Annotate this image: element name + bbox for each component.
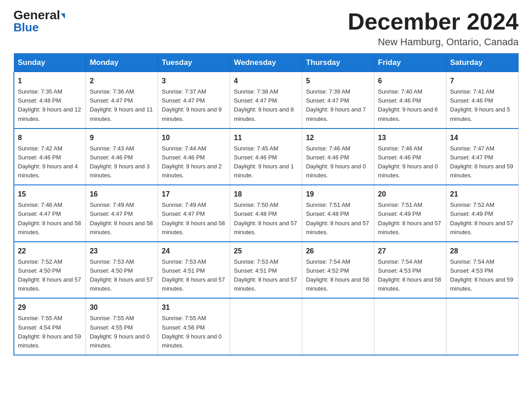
day-number: 3 bbox=[162, 76, 226, 86]
calendar-cell: 4Sunrise: 7:38 AMSunset: 4:47 PMDaylight… bbox=[230, 72, 302, 128]
day-number: 25 bbox=[234, 246, 298, 257]
calendar-cell: 5Sunrise: 7:39 AMSunset: 4:47 PMDaylight… bbox=[302, 72, 374, 128]
calendar-week-5: 29Sunrise: 7:55 AMSunset: 4:54 PMDayligh… bbox=[14, 298, 519, 355]
calendar-cell: 15Sunrise: 7:48 AMSunset: 4:47 PMDayligh… bbox=[14, 185, 86, 242]
day-info: Sunrise: 7:46 AMSunset: 4:46 PMDaylight:… bbox=[378, 144, 442, 180]
day-number: 7 bbox=[450, 76, 515, 86]
header-thursday: Thursday bbox=[302, 54, 374, 72]
day-number: 22 bbox=[18, 246, 82, 257]
logo-general: General bbox=[13, 9, 65, 21]
day-info: Sunrise: 7:37 AMSunset: 4:47 PMDaylight:… bbox=[162, 87, 226, 124]
day-number: 10 bbox=[162, 133, 226, 143]
day-number: 5 bbox=[306, 76, 370, 86]
day-number: 11 bbox=[234, 133, 298, 143]
day-number: 24 bbox=[162, 246, 226, 257]
day-number: 26 bbox=[306, 246, 370, 257]
calendar-cell: 12Sunrise: 7:46 AMSunset: 4:46 PMDayligh… bbox=[302, 128, 374, 185]
header-saturday: Saturday bbox=[446, 54, 519, 72]
calendar-cell: 1Sunrise: 7:35 AMSunset: 4:48 PMDaylight… bbox=[14, 72, 86, 128]
calendar-cell: 7Sunrise: 7:41 AMSunset: 4:46 PMDaylight… bbox=[446, 72, 519, 128]
calendar-title: December 2024 bbox=[348, 9, 519, 34]
calendar-cell: 17Sunrise: 7:49 AMSunset: 4:47 PMDayligh… bbox=[158, 185, 230, 242]
calendar-cell: 3Sunrise: 7:37 AMSunset: 4:47 PMDaylight… bbox=[158, 72, 230, 128]
day-number: 4 bbox=[234, 76, 298, 86]
calendar-cell: 11Sunrise: 7:45 AMSunset: 4:46 PMDayligh… bbox=[230, 128, 302, 185]
calendar-header: Sunday Monday Tuesday Wednesday Thursday… bbox=[14, 54, 519, 72]
calendar-week-4: 22Sunrise: 7:52 AMSunset: 4:50 PMDayligh… bbox=[14, 242, 519, 299]
day-number: 13 bbox=[378, 133, 442, 143]
calendar-cell: 6Sunrise: 7:40 AMSunset: 4:46 PMDaylight… bbox=[374, 72, 446, 128]
day-info: Sunrise: 7:53 AMSunset: 4:50 PMDaylight:… bbox=[90, 257, 154, 294]
calendar-cell: 22Sunrise: 7:52 AMSunset: 4:50 PMDayligh… bbox=[14, 242, 86, 299]
calendar-cell: 16Sunrise: 7:49 AMSunset: 4:47 PMDayligh… bbox=[86, 185, 158, 242]
day-number: 8 bbox=[18, 133, 82, 143]
day-info: Sunrise: 7:44 AMSunset: 4:46 PMDaylight:… bbox=[162, 144, 226, 180]
day-number: 27 bbox=[378, 246, 442, 257]
day-info: Sunrise: 7:55 AMSunset: 4:56 PMDaylight:… bbox=[162, 314, 226, 350]
header-wednesday: Wednesday bbox=[230, 54, 302, 72]
day-info: Sunrise: 7:52 AMSunset: 4:50 PMDaylight:… bbox=[18, 257, 82, 294]
day-number: 2 bbox=[90, 76, 154, 86]
logo: General Blue bbox=[13, 9, 65, 34]
calendar-cell: 13Sunrise: 7:46 AMSunset: 4:46 PMDayligh… bbox=[374, 128, 446, 185]
day-number: 16 bbox=[90, 189, 154, 200]
calendar-cell bbox=[374, 298, 446, 355]
day-info: Sunrise: 7:47 AMSunset: 4:47 PMDaylight:… bbox=[450, 144, 515, 180]
day-info: Sunrise: 7:51 AMSunset: 4:48 PMDaylight:… bbox=[306, 201, 370, 237]
day-number: 28 bbox=[450, 246, 515, 257]
day-info: Sunrise: 7:49 AMSunset: 4:47 PMDaylight:… bbox=[90, 201, 154, 237]
day-info: Sunrise: 7:51 AMSunset: 4:49 PMDaylight:… bbox=[378, 201, 442, 237]
day-number: 9 bbox=[90, 133, 154, 143]
day-number: 17 bbox=[162, 189, 226, 200]
day-info: Sunrise: 7:54 AMSunset: 4:53 PMDaylight:… bbox=[378, 257, 442, 294]
calendar-week-1: 1Sunrise: 7:35 AMSunset: 4:48 PMDaylight… bbox=[14, 72, 519, 128]
day-info: Sunrise: 7:50 AMSunset: 4:48 PMDaylight:… bbox=[234, 201, 298, 237]
day-info: Sunrise: 7:48 AMSunset: 4:47 PMDaylight:… bbox=[18, 201, 82, 237]
logo-blue: Blue bbox=[13, 21, 39, 34]
day-info: Sunrise: 7:54 AMSunset: 4:53 PMDaylight:… bbox=[450, 257, 515, 294]
day-info: Sunrise: 7:39 AMSunset: 4:47 PMDaylight:… bbox=[306, 87, 370, 124]
header-sunday: Sunday bbox=[14, 54, 86, 72]
calendar-cell: 29Sunrise: 7:55 AMSunset: 4:54 PMDayligh… bbox=[14, 298, 86, 355]
day-number: 18 bbox=[234, 189, 298, 200]
calendar-cell: 20Sunrise: 7:51 AMSunset: 4:49 PMDayligh… bbox=[374, 185, 446, 242]
day-number: 29 bbox=[18, 302, 82, 313]
day-info: Sunrise: 7:53 AMSunset: 4:51 PMDaylight:… bbox=[162, 257, 226, 294]
day-number: 23 bbox=[90, 246, 154, 257]
day-number: 20 bbox=[378, 189, 442, 200]
day-info: Sunrise: 7:49 AMSunset: 4:47 PMDaylight:… bbox=[162, 201, 226, 237]
calendar-cell: 9Sunrise: 7:43 AMSunset: 4:46 PMDaylight… bbox=[86, 128, 158, 185]
day-info: Sunrise: 7:38 AMSunset: 4:47 PMDaylight:… bbox=[234, 87, 298, 124]
day-info: Sunrise: 7:53 AMSunset: 4:51 PMDaylight:… bbox=[234, 257, 298, 294]
day-number: 19 bbox=[306, 189, 370, 200]
day-number: 1 bbox=[18, 76, 82, 86]
day-number: 30 bbox=[90, 302, 154, 313]
header-row: Sunday Monday Tuesday Wednesday Thursday… bbox=[14, 54, 519, 72]
calendar-cell bbox=[230, 298, 302, 355]
day-info: Sunrise: 7:35 AMSunset: 4:48 PMDaylight:… bbox=[18, 87, 82, 124]
day-info: Sunrise: 7:36 AMSunset: 4:47 PMDaylight:… bbox=[90, 87, 154, 124]
day-number: 21 bbox=[450, 189, 515, 200]
day-info: Sunrise: 7:55 AMSunset: 4:55 PMDaylight:… bbox=[90, 314, 154, 350]
calendar-cell: 19Sunrise: 7:51 AMSunset: 4:48 PMDayligh… bbox=[302, 185, 374, 242]
day-number: 31 bbox=[162, 302, 226, 313]
location: New Hamburg, Ontario, Canada bbox=[348, 36, 519, 48]
calendar-cell: 14Sunrise: 7:47 AMSunset: 4:47 PMDayligh… bbox=[446, 128, 519, 185]
day-info: Sunrise: 7:46 AMSunset: 4:46 PMDaylight:… bbox=[306, 144, 370, 180]
calendar-cell: 26Sunrise: 7:54 AMSunset: 4:52 PMDayligh… bbox=[302, 242, 374, 299]
calendar-cell bbox=[446, 298, 519, 355]
calendar-cell: 18Sunrise: 7:50 AMSunset: 4:48 PMDayligh… bbox=[230, 185, 302, 242]
day-info: Sunrise: 7:52 AMSunset: 4:49 PMDaylight:… bbox=[450, 201, 515, 237]
day-info: Sunrise: 7:41 AMSunset: 4:46 PMDaylight:… bbox=[450, 87, 515, 124]
header-tuesday: Tuesday bbox=[158, 54, 230, 72]
day-number: 14 bbox=[450, 133, 515, 143]
calendar-cell: 23Sunrise: 7:53 AMSunset: 4:50 PMDayligh… bbox=[86, 242, 158, 299]
day-number: 15 bbox=[18, 189, 82, 200]
header-monday: Monday bbox=[86, 54, 158, 72]
day-info: Sunrise: 7:54 AMSunset: 4:52 PMDaylight:… bbox=[306, 257, 370, 294]
day-info: Sunrise: 7:40 AMSunset: 4:46 PMDaylight:… bbox=[378, 87, 442, 124]
calendar-cell: 27Sunrise: 7:54 AMSunset: 4:53 PMDayligh… bbox=[374, 242, 446, 299]
day-info: Sunrise: 7:55 AMSunset: 4:54 PMDaylight:… bbox=[18, 314, 82, 350]
calendar-cell bbox=[302, 298, 374, 355]
day-info: Sunrise: 7:45 AMSunset: 4:46 PMDaylight:… bbox=[234, 144, 298, 180]
